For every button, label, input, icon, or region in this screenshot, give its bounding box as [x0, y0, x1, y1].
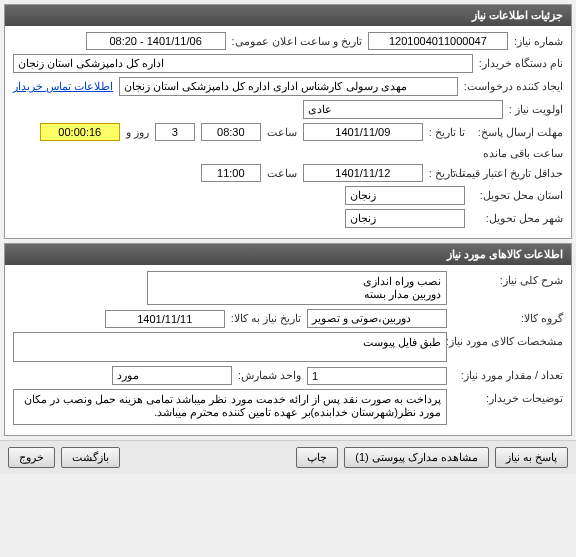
- announce-field: 1401/11/06 - 08:20: [86, 32, 226, 50]
- buyer-notes-label: توضیحات خریدار:: [453, 389, 563, 405]
- remain-time-label: ساعت باقی مانده: [483, 147, 563, 160]
- unit-label: واحد شمارش:: [238, 369, 301, 382]
- qty-field: 1: [307, 367, 447, 385]
- print-button[interactable]: چاپ: [296, 447, 338, 468]
- attachments-button[interactable]: مشاهده مدارک پیوستی (1): [344, 447, 489, 468]
- remain-days-label: روز و: [126, 126, 149, 139]
- exit-button[interactable]: خروج: [8, 447, 55, 468]
- goods-info-panel: اطلاعات کالاهای مورد نیاز شرح کلی نیاز: …: [4, 243, 572, 436]
- buyer-field: اداره کل دامپزشکی استان زنجان: [13, 54, 473, 73]
- province-label: استان محل تحویل:: [471, 189, 563, 202]
- unit-field: مورد: [112, 366, 232, 385]
- price-date-field: 1401/11/12: [303, 164, 423, 182]
- overview-field: نصب وراه اندازی دوربین مدار بسته: [147, 271, 447, 305]
- qty-label: تعداد / مقدار مورد نیاز:: [453, 369, 563, 382]
- requester-field: مهدی رسولی کارشناس اداری اداره کل دامپزش…: [119, 77, 458, 96]
- price-validity-label: حداقل تاریخ اعتبار قیمت:: [471, 167, 563, 180]
- respond-button[interactable]: پاسخ به نیاز: [495, 447, 568, 468]
- to-date-label-1: تا تاریخ :: [429, 126, 465, 139]
- buyer-label: نام دستگاه خریدار:: [479, 57, 563, 70]
- time-label-1: ساعت: [267, 126, 297, 139]
- deadline-send-label: مهلت ارسال پاسخ:: [471, 126, 563, 139]
- contact-link[interactable]: اطلاعات تماس خریدار: [13, 80, 113, 93]
- to-date-label-2: تا تاریخ :: [429, 167, 465, 180]
- city-field: زنجان: [345, 209, 465, 228]
- spec-label: مشخصات کالای مورد نیاز:: [453, 332, 563, 348]
- button-bar: پاسخ به نیاز مشاهده مدارک پیوستی (1) چاپ…: [0, 440, 576, 474]
- deadline-time-field: 08:30: [201, 123, 261, 141]
- price-time-field: 11:00: [201, 164, 261, 182]
- spec-field: طبق فایل پیوست: [13, 332, 447, 362]
- overview-label: شرح کلی نیاز:: [453, 271, 563, 287]
- city-label: شهر محل تحویل:: [471, 212, 563, 225]
- remain-time-field: 00:00:16: [40, 123, 120, 141]
- time-label-2: ساعت: [267, 167, 297, 180]
- goods-group-label: گروه کالا:: [453, 312, 563, 325]
- priority-label: اولویت نیاز :: [509, 103, 563, 116]
- need-number-label: شماره نیاز:: [514, 35, 563, 48]
- spacer: [126, 447, 290, 468]
- panel2-body: شرح کلی نیاز: نصب وراه اندازی دوربین مدا…: [5, 265, 571, 435]
- panel1-header: جزئیات اطلاعات نیاز: [5, 5, 571, 26]
- province-field: زنجان: [345, 186, 465, 205]
- deadline-date-field: 1401/11/09: [303, 123, 423, 141]
- buyer-notes-field: پرداخت به صورت نقد پس از ارائه خدمت مورد…: [13, 389, 447, 425]
- requester-label: ایجاد کننده درخواست:: [464, 80, 563, 93]
- goods-group-field: دوربین،صوتی و تصویر: [307, 309, 447, 328]
- need-details-panel: جزئیات اطلاعات نیاز شماره نیاز: 12010040…: [4, 4, 572, 239]
- need-date-field: 1401/11/11: [105, 310, 225, 328]
- need-date-label: تاریخ نیاز به کالا:: [231, 312, 301, 325]
- back-button[interactable]: بازگشت: [61, 447, 120, 468]
- need-number-field: 1201004011000047: [368, 32, 508, 50]
- announce-label: تاریخ و ساعت اعلان عمومی:: [232, 35, 362, 48]
- remain-days-field: 3: [155, 123, 195, 141]
- priority-field: عادی: [303, 100, 503, 119]
- panel1-body: شماره نیاز: 1201004011000047 تاریخ و ساع…: [5, 26, 571, 238]
- panel2-header: اطلاعات کالاهای مورد نیاز: [5, 244, 571, 265]
